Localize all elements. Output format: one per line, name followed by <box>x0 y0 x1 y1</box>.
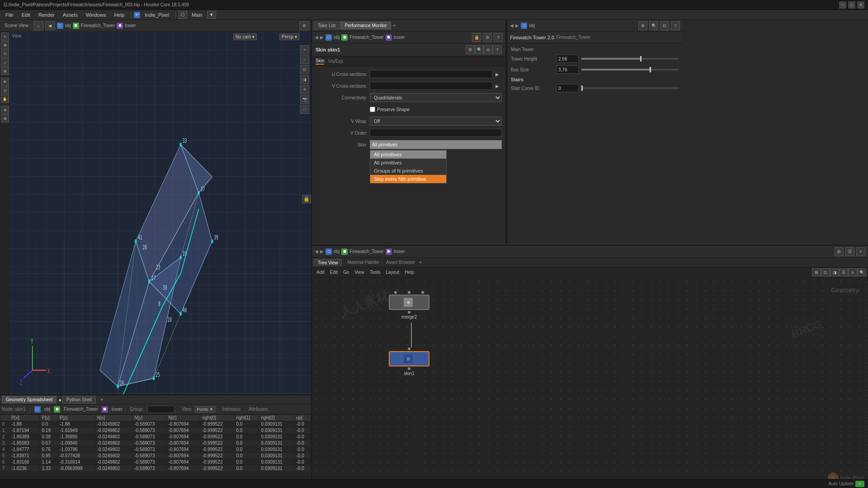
3d-viewport[interactable]: 人人素材 RRCG 人人素材 RRCG View Persp ▾ No cam … <box>10 32 311 394</box>
mp-back-btn[interactable]: ◀ <box>315 35 318 40</box>
ng-layout-btn[interactable]: ⊞ <box>835 247 844 256</box>
dropdown-option-2[interactable]: Groups of N primitives <box>370 167 446 175</box>
ng-menu-add[interactable]: Add <box>314 269 327 276</box>
workspace-label[interactable]: Indie_Pixel <box>141 11 173 19</box>
skin1-node[interactable]: ⊡ skin1 <box>389 347 429 376</box>
skin-search-btn[interactable]: ◎ <box>484 45 493 54</box>
grid-tool[interactable]: ⊞ <box>1 114 9 122</box>
fw-base-input[interactable] <box>556 66 579 74</box>
mp-settings-btn[interactable]: ⚙ <box>483 33 492 42</box>
ng-menu-view[interactable]: View <box>352 269 367 276</box>
ng-menu-tools[interactable]: Tools <box>367 269 383 276</box>
view-tool[interactable]: 👁 <box>1 78 9 86</box>
ng-toolbar-btn5[interactable]: ≡ <box>848 268 857 277</box>
menu-file[interactable]: File <box>2 11 17 19</box>
dropdown-option-3[interactable]: Skip every Nth primitive <box>370 175 446 183</box>
scale-tool[interactable]: ⤢ <box>1 58 9 66</box>
ng-search-btn[interactable]: 🔍 <box>857 268 866 277</box>
close-button[interactable]: ✕ <box>857 1 864 9</box>
v-wrap-select[interactable]: Off <box>370 117 502 126</box>
vp-shade[interactable]: ◑ <box>300 75 309 84</box>
fw-fwd-btn[interactable]: ▶ <box>515 23 519 28</box>
fw-help-btn[interactable]: ? <box>671 21 680 30</box>
fw-back-btn[interactable]: ◀ <box>510 23 514 28</box>
desktop-btn[interactable]: ⬡ <box>179 11 187 19</box>
ng-menu-edit[interactable]: Edit <box>327 269 340 276</box>
vp-cam2[interactable]: 📷 <box>300 95 309 104</box>
menu-assets[interactable]: Assets <box>59 11 81 19</box>
menu-render[interactable]: Render <box>35 11 58 19</box>
snap-tool[interactable]: ⊕ <box>1 106 9 114</box>
fw-base-slider[interactable] <box>581 69 679 70</box>
ng-toolbar-btn3[interactable]: ◨ <box>830 268 839 277</box>
transform-tool[interactable]: ⊞ <box>1 67 9 75</box>
vp-zoom-in[interactable]: + <box>300 45 309 54</box>
lock-icon[interactable]: 🔒 <box>302 195 311 203</box>
arrow-btn[interactable]: ◀ <box>45 21 55 30</box>
u-cross-input[interactable] <box>370 70 493 78</box>
skin-tab-skin[interactable]: Skin <box>316 58 324 65</box>
v-cross-input[interactable] <box>370 82 493 90</box>
skin-dropdown-trigger[interactable]: All primitives <box>370 140 502 149</box>
ng-menu-help[interactable]: Help <box>402 269 417 276</box>
ng-tab-tree[interactable]: Tree View <box>314 259 342 266</box>
ng-menu-layout[interactable]: Layout <box>383 269 402 276</box>
ng-menu-go[interactable]: Go <box>340 269 352 276</box>
menu-windows[interactable]: Windows <box>82 11 110 19</box>
fw-fit-btn[interactable]: ⊡ <box>660 21 669 30</box>
geometry-spreadsheet-tab[interactable]: Geometry Spreadsheet <box>2 396 57 404</box>
ng-canvas[interactable]: 人人素材 RRCG Geometry <box>312 277 868 488</box>
python-shell-tab[interactable]: Python Shell <box>62 396 96 404</box>
ss-view-btn[interactable]: Points ▼ <box>195 406 215 413</box>
ng-tab-asset[interactable]: Asset Browser <box>382 259 419 266</box>
vp-zoom-out[interactable]: − <box>300 55 309 64</box>
ss-group-input[interactable] <box>147 406 175 413</box>
maximize-button[interactable]: □ <box>848 1 855 9</box>
mp-help-btn[interactable]: ? <box>494 33 503 42</box>
fw-stair-input[interactable] <box>556 84 579 92</box>
fw-height-input[interactable] <box>556 55 579 63</box>
vp-ghost[interactable]: ◌ <box>300 105 309 114</box>
orbit-tool[interactable]: ⊙ <box>1 86 9 94</box>
ng-toolbar-btn1[interactable]: ⊞ <box>812 268 821 277</box>
ng-tab-material[interactable]: Material Palette <box>344 259 382 266</box>
spreadsheet-scroll[interactable]: P[x] P[y] P[z] N[x] N[y] N[z] right[0] r… <box>0 414 311 488</box>
menu-help[interactable]: Help <box>110 11 128 19</box>
home-btn[interactable]: ⌂ <box>33 21 43 30</box>
ng-add-btn[interactable]: + <box>856 247 865 256</box>
dropdown-option-1[interactable]: All primitives <box>370 159 446 167</box>
node-graph[interactable]: ◀ ▶ ⬡ obj ⬟ Firewatch_Tower ⬟ tower ⊞ ☰ … <box>312 246 868 488</box>
ng-fwd-btn[interactable]: ▶ <box>320 249 324 254</box>
fw-height-slider[interactable] <box>581 58 679 60</box>
preserve-shape-checkbox[interactable] <box>370 107 375 112</box>
fw-stair-slider[interactable] <box>581 87 679 89</box>
rotate-tool[interactable]: ↻ <box>1 50 9 58</box>
ng-list-btn[interactable]: ☰ <box>845 247 854 256</box>
add-tab-btn[interactable]: + <box>97 396 107 403</box>
add-panel-btn[interactable]: + <box>393 23 396 29</box>
connectivity-select[interactable]: Quadrilaterals <box>370 93 502 102</box>
skin-help-btn[interactable]: ? <box>493 45 502 54</box>
auto-update-toggle[interactable]: ✓ <box>855 481 864 487</box>
vp-light[interactable]: ☀ <box>300 85 309 94</box>
take-list-tab[interactable]: Take List <box>314 22 340 29</box>
skin-settings-btn[interactable]: ⚙ <box>466 45 475 54</box>
skin-zoom-btn[interactable]: 🔍 <box>475 45 484 54</box>
vp-settings-btn[interactable]: ⚙ <box>299 21 309 30</box>
mp-fwd-btn[interactable]: ▶ <box>320 35 324 40</box>
vp-frame[interactable]: ⊡ <box>300 65 309 74</box>
desktop-arrow-btn[interactable]: ▼ <box>207 11 216 19</box>
ng-toolbar-btn4[interactable]: ☰ <box>839 268 848 277</box>
menu-edit[interactable]: Edit <box>18 11 34 19</box>
mp-lock-btn[interactable]: 🔒 <box>472 33 481 42</box>
perf-monitor-tab[interactable]: Performance Monitor <box>340 22 391 29</box>
merge2-node[interactable]: ⊕ merge2 <box>389 291 429 319</box>
skin-tab-vis[interactable]: Vis/Exp <box>328 59 343 64</box>
pan-tool[interactable]: ✋ <box>1 95 9 103</box>
select-tool[interactable]: ↖ <box>1 33 9 41</box>
dropdown-option-0[interactable]: All primitives <box>370 150 446 159</box>
v-order-input[interactable] <box>370 129 502 137</box>
ng-back-btn[interactable]: ◀ <box>315 249 318 254</box>
fw-search-btn[interactable]: 🔍 <box>649 21 658 30</box>
ng-add-tab[interactable]: + <box>419 259 422 266</box>
